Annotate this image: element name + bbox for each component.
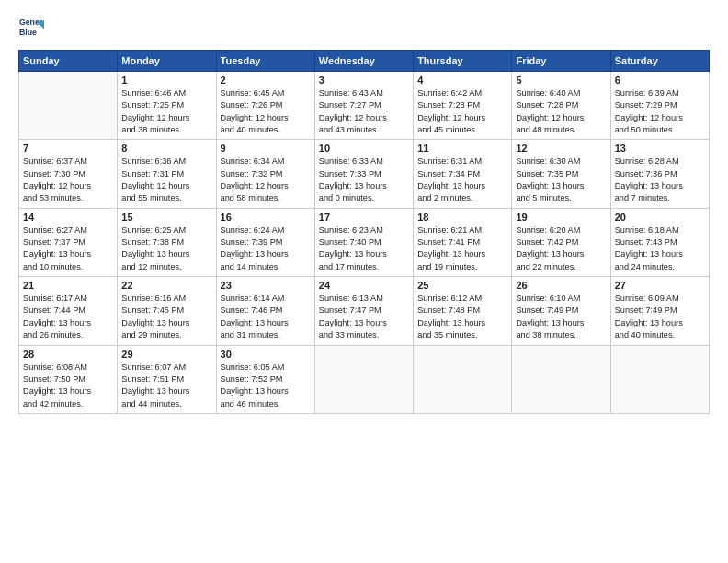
day-info: Sunrise: 6:07 AM Sunset: 7:51 PM Dayligh… xyxy=(121,362,211,410)
day-number: 24 xyxy=(319,280,409,291)
day-number: 1 xyxy=(121,75,211,86)
weekday-header-tuesday: Tuesday xyxy=(216,51,314,72)
day-number: 6 xyxy=(615,75,705,86)
calendar-cell: 23Sunrise: 6:14 AM Sunset: 7:46 PM Dayli… xyxy=(216,277,314,345)
calendar-cell: 30Sunrise: 6:05 AM Sunset: 7:52 PM Dayli… xyxy=(216,345,314,413)
day-info: Sunrise: 6:37 AM Sunset: 7:30 PM Dayligh… xyxy=(23,155,113,204)
day-info: Sunrise: 6:36 AM Sunset: 7:31 PM Dayligh… xyxy=(121,155,211,204)
day-info: Sunrise: 6:33 AM Sunset: 7:33 PM Dayligh… xyxy=(319,155,409,204)
day-info: Sunrise: 6:28 AM Sunset: 7:36 PM Dayligh… xyxy=(615,155,705,204)
calendar-cell: 11Sunrise: 6:31 AM Sunset: 7:34 PM Dayli… xyxy=(414,140,512,208)
calendar-cell: 12Sunrise: 6:30 AM Sunset: 7:35 PM Dayli… xyxy=(512,140,610,208)
calendar-cell xyxy=(314,345,413,413)
day-info: Sunrise: 6:24 AM Sunset: 7:39 PM Dayligh… xyxy=(221,224,311,273)
day-info: Sunrise: 6:23 AM Sunset: 7:40 PM Dayligh… xyxy=(319,224,409,273)
calendar-cell xyxy=(610,345,709,413)
logo: General Blue xyxy=(18,15,44,40)
day-number: 11 xyxy=(417,143,507,154)
calendar-cell: 25Sunrise: 6:12 AM Sunset: 7:48 PM Dayli… xyxy=(414,277,512,345)
calendar-cell: 21Sunrise: 6:17 AM Sunset: 7:44 PM Dayli… xyxy=(19,277,118,345)
day-info: Sunrise: 6:25 AM Sunset: 7:38 PM Dayligh… xyxy=(121,224,211,273)
day-number: 2 xyxy=(221,75,311,86)
calendar-cell: 17Sunrise: 6:23 AM Sunset: 7:40 PM Dayli… xyxy=(314,208,413,276)
calendar-cell: 20Sunrise: 6:18 AM Sunset: 7:43 PM Dayli… xyxy=(610,208,709,276)
logo-icon: General Blue xyxy=(18,15,44,40)
weekday-header-sunday: Sunday xyxy=(19,51,118,72)
day-info: Sunrise: 6:17 AM Sunset: 7:44 PM Dayligh… xyxy=(23,293,113,341)
day-info: Sunrise: 6:40 AM Sunset: 7:28 PM Dayligh… xyxy=(516,87,606,136)
weekday-header-row: SundayMondayTuesdayWednesdayThursdayFrid… xyxy=(19,51,710,72)
day-number: 28 xyxy=(23,349,113,360)
day-number: 3 xyxy=(319,75,409,86)
day-number: 18 xyxy=(417,212,507,223)
day-number: 26 xyxy=(516,280,606,291)
day-info: Sunrise: 6:12 AM Sunset: 7:48 PM Dayligh… xyxy=(417,293,507,341)
day-info: Sunrise: 6:27 AM Sunset: 7:37 PM Dayligh… xyxy=(23,224,113,273)
day-number: 4 xyxy=(417,75,507,86)
day-info: Sunrise: 6:13 AM Sunset: 7:47 PM Dayligh… xyxy=(319,293,409,341)
calendar-cell: 8Sunrise: 6:36 AM Sunset: 7:31 PM Daylig… xyxy=(118,140,216,208)
day-number: 10 xyxy=(319,143,409,154)
day-number: 27 xyxy=(615,280,705,291)
day-number: 12 xyxy=(516,143,606,154)
day-number: 5 xyxy=(516,75,606,86)
calendar-week-row: 21Sunrise: 6:17 AM Sunset: 7:44 PM Dayli… xyxy=(19,277,710,345)
calendar-cell: 4Sunrise: 6:42 AM Sunset: 7:28 PM Daylig… xyxy=(414,72,512,140)
calendar-cell xyxy=(414,345,512,413)
calendar-table: SundayMondayTuesdayWednesdayThursdayFrid… xyxy=(18,50,710,414)
calendar-cell: 18Sunrise: 6:21 AM Sunset: 7:41 PM Dayli… xyxy=(414,208,512,276)
day-info: Sunrise: 6:43 AM Sunset: 7:27 PM Dayligh… xyxy=(319,87,409,136)
day-number: 23 xyxy=(221,280,311,291)
weekday-header-wednesday: Wednesday xyxy=(314,51,413,72)
calendar-cell: 6Sunrise: 6:39 AM Sunset: 7:29 PM Daylig… xyxy=(610,72,709,140)
calendar-cell: 28Sunrise: 6:08 AM Sunset: 7:50 PM Dayli… xyxy=(19,345,118,413)
calendar-week-row: 28Sunrise: 6:08 AM Sunset: 7:50 PM Dayli… xyxy=(19,345,710,413)
calendar-cell: 3Sunrise: 6:43 AM Sunset: 7:27 PM Daylig… xyxy=(314,72,413,140)
day-info: Sunrise: 6:34 AM Sunset: 7:32 PM Dayligh… xyxy=(221,155,311,204)
day-number: 21 xyxy=(23,280,113,291)
calendar-cell: 27Sunrise: 6:09 AM Sunset: 7:49 PM Dayli… xyxy=(610,277,709,345)
day-info: Sunrise: 6:14 AM Sunset: 7:46 PM Dayligh… xyxy=(221,293,311,341)
day-info: Sunrise: 6:20 AM Sunset: 7:42 PM Dayligh… xyxy=(516,224,606,273)
calendar-cell: 9Sunrise: 6:34 AM Sunset: 7:32 PM Daylig… xyxy=(216,140,314,208)
weekday-header-saturday: Saturday xyxy=(610,51,709,72)
day-number: 13 xyxy=(615,143,705,154)
day-info: Sunrise: 6:39 AM Sunset: 7:29 PM Dayligh… xyxy=(615,87,705,136)
day-info: Sunrise: 6:08 AM Sunset: 7:50 PM Dayligh… xyxy=(23,362,113,410)
day-number: 9 xyxy=(221,143,311,154)
day-info: Sunrise: 6:31 AM Sunset: 7:34 PM Dayligh… xyxy=(417,155,507,204)
day-number: 7 xyxy=(23,143,113,154)
calendar-cell: 15Sunrise: 6:25 AM Sunset: 7:38 PM Dayli… xyxy=(118,208,216,276)
day-number: 15 xyxy=(121,212,211,223)
calendar-cell xyxy=(19,72,118,140)
calendar-cell: 5Sunrise: 6:40 AM Sunset: 7:28 PM Daylig… xyxy=(512,72,610,140)
day-info: Sunrise: 6:42 AM Sunset: 7:28 PM Dayligh… xyxy=(417,87,507,136)
calendar-cell: 26Sunrise: 6:10 AM Sunset: 7:49 PM Dayli… xyxy=(512,277,610,345)
calendar-cell xyxy=(512,345,610,413)
day-number: 29 xyxy=(121,349,211,360)
day-info: Sunrise: 6:30 AM Sunset: 7:35 PM Dayligh… xyxy=(516,155,606,204)
calendar-cell: 7Sunrise: 6:37 AM Sunset: 7:30 PM Daylig… xyxy=(19,140,118,208)
day-number: 20 xyxy=(615,212,705,223)
day-info: Sunrise: 6:45 AM Sunset: 7:26 PM Dayligh… xyxy=(221,87,311,136)
day-number: 16 xyxy=(221,212,311,223)
day-number: 30 xyxy=(221,349,311,360)
page: General Blue SundayMondayTuesdayWednesda… xyxy=(0,0,728,563)
calendar-cell: 1Sunrise: 6:46 AM Sunset: 7:25 PM Daylig… xyxy=(118,72,216,140)
weekday-header-monday: Monday xyxy=(118,51,216,72)
day-number: 22 xyxy=(121,280,211,291)
day-info: Sunrise: 6:05 AM Sunset: 7:52 PM Dayligh… xyxy=(221,362,311,410)
day-info: Sunrise: 6:10 AM Sunset: 7:49 PM Dayligh… xyxy=(516,293,606,341)
day-info: Sunrise: 6:18 AM Sunset: 7:43 PM Dayligh… xyxy=(615,224,705,273)
day-number: 25 xyxy=(417,280,507,291)
calendar-cell: 10Sunrise: 6:33 AM Sunset: 7:33 PM Dayli… xyxy=(314,140,413,208)
weekday-header-friday: Friday xyxy=(512,51,610,72)
day-number: 14 xyxy=(23,212,113,223)
calendar-cell: 16Sunrise: 6:24 AM Sunset: 7:39 PM Dayli… xyxy=(216,208,314,276)
day-info: Sunrise: 6:16 AM Sunset: 7:45 PM Dayligh… xyxy=(121,293,211,341)
calendar-week-row: 1Sunrise: 6:46 AM Sunset: 7:25 PM Daylig… xyxy=(19,72,710,140)
calendar-cell: 29Sunrise: 6:07 AM Sunset: 7:51 PM Dayli… xyxy=(118,345,216,413)
calendar-cell: 24Sunrise: 6:13 AM Sunset: 7:47 PM Dayli… xyxy=(314,277,413,345)
day-info: Sunrise: 6:09 AM Sunset: 7:49 PM Dayligh… xyxy=(615,293,705,341)
calendar-cell: 19Sunrise: 6:20 AM Sunset: 7:42 PM Dayli… xyxy=(512,208,610,276)
